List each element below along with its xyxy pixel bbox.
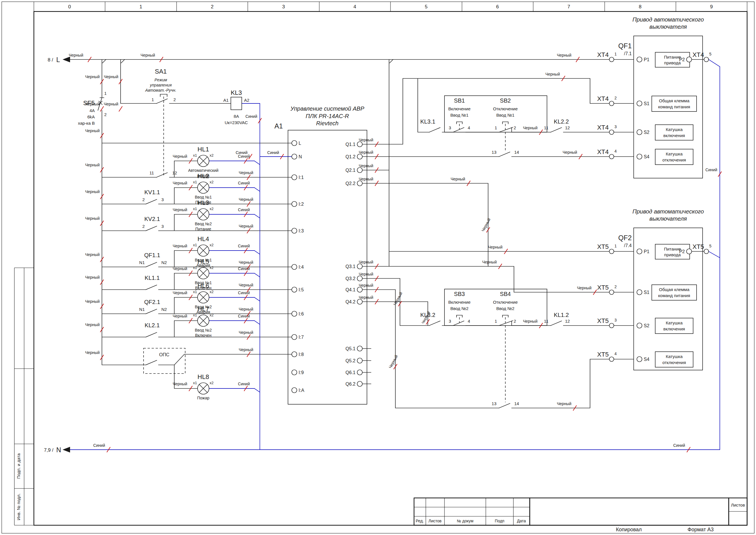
wire-color-label: Черный bbox=[173, 244, 187, 248]
wire-color-label: Черный bbox=[173, 181, 187, 185]
wire-color-label: Черный bbox=[359, 295, 373, 300]
ruler-number: 9 bbox=[710, 4, 713, 10]
wire-color-label: Черный bbox=[359, 283, 373, 288]
lamp-pin: x2 bbox=[210, 207, 214, 211]
wire-color-label: Синий bbox=[673, 443, 685, 448]
drive-box-label: Катушка bbox=[666, 127, 683, 132]
contact-pin: 2 bbox=[514, 319, 516, 324]
ruler-number: 5 bbox=[425, 4, 427, 10]
wire-color-label: Черный bbox=[482, 260, 497, 264]
contact-pin: 3 bbox=[449, 319, 451, 324]
wire-color-label: Черный bbox=[557, 401, 571, 406]
contact-pin: 3 bbox=[449, 125, 451, 130]
drive-box-label: отключения bbox=[662, 360, 686, 365]
drive-ref: /7.1 bbox=[624, 51, 632, 56]
wire-color-label: Черный bbox=[392, 291, 403, 306]
lamp-pin: x2 bbox=[210, 266, 214, 270]
drive-box-label: включения bbox=[663, 326, 685, 331]
sa1-note: Автомат.-Ручн. bbox=[145, 88, 176, 93]
wire-color-label: Черный bbox=[85, 163, 100, 167]
wire-color-label: Черный bbox=[359, 138, 373, 142]
footer-kopiroval: Копировал bbox=[616, 527, 642, 532]
lamp-caption: Ввод №1 bbox=[195, 195, 212, 199]
lamp-name: HL7 bbox=[198, 305, 209, 313]
relay-name: KL1.2 bbox=[554, 312, 569, 318]
terminal-pin: 1 bbox=[614, 244, 617, 248]
sf5-pin: 1 bbox=[104, 91, 107, 96]
lamp-caption: Пожар bbox=[197, 396, 210, 400]
terminal-name: XT5 bbox=[597, 243, 609, 250]
sf5-rating: хар-ка В bbox=[78, 121, 95, 126]
wire-color-label: Черный bbox=[85, 128, 100, 133]
n-rail-arrow bbox=[63, 447, 70, 453]
drive-box-label: Катушка bbox=[666, 152, 683, 156]
kl3-coil bbox=[231, 97, 242, 110]
contact-pin: 14 bbox=[514, 150, 519, 155]
ref-l: 8 / bbox=[48, 57, 53, 63]
drive-term: P1 bbox=[644, 249, 649, 254]
wire-color-label: Синий bbox=[238, 267, 250, 271]
kl3-rating: Uк=230VAC bbox=[225, 120, 248, 125]
wire-color-label: Синий bbox=[93, 443, 105, 448]
wire-color-label: Черный bbox=[450, 177, 465, 181]
contact-pin: N1 bbox=[139, 307, 145, 312]
wire-color-label: Синий bbox=[706, 167, 717, 172]
sa1-name: SA1 bbox=[155, 68, 167, 75]
lamp-pin: x2 bbox=[210, 153, 214, 157]
wire-color-label: Черный bbox=[173, 267, 187, 271]
terminal-name: XT4 bbox=[692, 51, 704, 58]
plc-title: Rievtech bbox=[316, 120, 338, 127]
drive-title: Привод автоматического bbox=[633, 208, 704, 215]
tb-label-listov: Листов bbox=[428, 519, 442, 523]
wire-color-label: Черный bbox=[85, 189, 100, 194]
lamp-name: HL4 bbox=[198, 235, 209, 242]
lamp-pin: x1 bbox=[193, 207, 197, 211]
terminal-pin: 2 bbox=[614, 96, 617, 100]
contact-name: KL2.1 bbox=[145, 322, 160, 328]
kl3-name: KL3 bbox=[230, 89, 242, 96]
ops-name: ОПС bbox=[159, 352, 169, 357]
plc-ref: A1 bbox=[275, 122, 283, 130]
contact-pin: 1 bbox=[495, 125, 497, 130]
ruler-number: 0 bbox=[68, 4, 71, 10]
button-caption: Отключение bbox=[493, 106, 518, 111]
wire-color-label: Черный bbox=[85, 275, 100, 280]
sf5-rating: 4A bbox=[90, 108, 95, 113]
wire-color-label: Черный bbox=[359, 150, 373, 155]
contact-pin: 3 bbox=[161, 197, 164, 202]
contact-pin: 12 bbox=[172, 170, 177, 175]
lamps bbox=[198, 155, 209, 394]
terminal-pin: 5 bbox=[709, 52, 712, 56]
contact-pin: 1 bbox=[495, 319, 497, 324]
wire-color-label: Черный bbox=[85, 74, 100, 79]
wire-color-label: Черный bbox=[577, 286, 591, 290]
drive-name: QF1 bbox=[618, 42, 632, 50]
wire-color-label: Черный bbox=[85, 350, 100, 355]
lamp-name: HL2 bbox=[198, 172, 209, 180]
terminal-pin: 4 bbox=[614, 149, 617, 154]
tb-label-data: Дата bbox=[517, 519, 526, 523]
wire-color-label: Синий bbox=[238, 244, 250, 248]
wire-color-label: Черный bbox=[562, 150, 577, 155]
tb-listov-right: Листов bbox=[731, 502, 745, 507]
plc-output: Q6.1 bbox=[345, 370, 356, 375]
ref-n: 7,9 / bbox=[44, 447, 53, 453]
sa1-note: управления bbox=[149, 83, 172, 87]
drive-title: выключателя bbox=[649, 24, 687, 30]
contact-pin: 2 bbox=[143, 197, 145, 202]
kl3-rating: 8A bbox=[234, 114, 239, 119]
lamp-pin: x1 bbox=[193, 290, 197, 294]
terminal-name: XT5 bbox=[597, 284, 609, 291]
button-name: SB2 bbox=[500, 98, 511, 104]
wire-color-label: Черный bbox=[488, 245, 502, 249]
wire-color-label: Черный bbox=[239, 330, 253, 335]
terminal-pin: 2 bbox=[614, 284, 617, 289]
drive-box-label: отключения bbox=[662, 157, 686, 162]
wire-color-ticks bbox=[88, 57, 721, 452]
drive-box-label: Катушка bbox=[666, 354, 683, 359]
plc-output: Q3.1 bbox=[345, 264, 356, 269]
wire-color-label: Черный bbox=[359, 260, 373, 264]
kl3-pin: A1 bbox=[223, 98, 229, 102]
wire-color-label: Черный bbox=[545, 72, 560, 76]
plc-title: Управление системой АВР bbox=[290, 105, 364, 112]
